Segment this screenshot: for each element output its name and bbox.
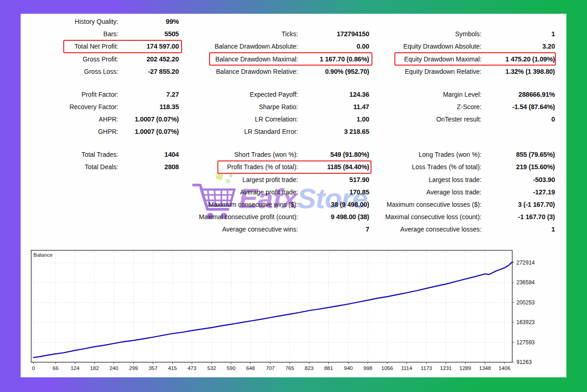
stat-label: Maximal consecutive loss (count): xyxy=(369,213,482,221)
stat-pair-highlighted: Profit Trades (% of total):1185 (84.40%) xyxy=(179,161,369,173)
stat-pair: Profit Factor:7.27 xyxy=(21,88,179,100)
stat-label: Long Trades (won %): xyxy=(369,151,482,158)
x-tick-label: 1289 xyxy=(460,365,471,371)
stat-value: 172794150 xyxy=(298,30,369,38)
stat-pair: Balance Drawdown Relative:0.90% (952.70) xyxy=(179,65,369,77)
stat-pair: Maximum consecutive wins ($):38 (9 498.0… xyxy=(179,198,369,210)
stat-pair: Average profit trade:170.85 xyxy=(179,186,369,198)
stat-pair: Ticks:172794150 xyxy=(179,28,369,40)
stat-row: Average consecutive wins:7Average consec… xyxy=(21,223,566,236)
stat-pair-highlighted: Balance Drawdown Maximal:1 167.70 (0.86%… xyxy=(179,53,369,65)
stat-value: 1 167.70 (0.86%) xyxy=(298,55,369,63)
stat-row: GHPR:1.0007 (0.07%)LR Standard Error:3 2… xyxy=(21,126,566,138)
stat-value: 1.0007 (0.07%) xyxy=(118,116,179,123)
stat-label: Profit Factor: xyxy=(21,91,118,98)
stat-value: 99% xyxy=(118,18,179,25)
x-tick-label: 707 xyxy=(266,365,275,371)
stat-value: 38 (9 498.00) xyxy=(298,201,369,208)
stat-pair: Balance Drawdown Absolute:0.00 xyxy=(179,40,369,53)
x-tick-label: 823 xyxy=(305,365,314,371)
x-tick-label: 940 xyxy=(344,365,353,371)
stat-value: 1 xyxy=(482,30,555,38)
stat-pair: Short Trades (won %):549 (91.80%) xyxy=(179,149,369,161)
y-tick-label: 236584 xyxy=(516,279,535,286)
stat-row: Maximum consecutive wins ($):38 (9 498.0… xyxy=(21,198,566,210)
stat-value: 3 (-1 167.70) xyxy=(482,201,555,208)
stat-pair: GHPR:1.0007 (0.07%) xyxy=(21,126,179,138)
stat-pair: Largest loss trade:-503.90 xyxy=(369,173,555,186)
x-tick-label: 240 xyxy=(110,365,118,371)
stat-pair-empty xyxy=(21,223,179,236)
stat-label: Bars: xyxy=(21,30,118,38)
stat-label: Balance Drawdown Relative: xyxy=(179,68,298,75)
stat-value: 7.27 xyxy=(118,91,179,98)
stat-pair: LR Standard Error:3 218.65 xyxy=(179,126,369,138)
stat-label: Gross Loss: xyxy=(21,68,118,75)
stat-label: Average loss trade: xyxy=(369,188,482,196)
stat-label: Maximum consecutive losses ($): xyxy=(369,201,482,208)
stat-value: 1 475.20 (1.09%) xyxy=(482,55,555,63)
stat-pair: Average loss trade:-127.19 xyxy=(369,186,555,198)
stat-label: Balance Drawdown Absolute: xyxy=(179,43,298,50)
x-tick-label: 1231 xyxy=(440,365,452,371)
stat-value: 517.90 xyxy=(298,176,369,183)
x-tick-label: 299 xyxy=(129,365,138,371)
stat-row: Gross Profit:202 452.20Balance Drawdown … xyxy=(21,53,566,65)
x-tick-label: 1114 xyxy=(401,365,412,371)
stat-value: -1.54 (87.64%) xyxy=(482,103,555,110)
stat-value: 1.32% (1 398.80) xyxy=(482,68,555,75)
stat-value: 3 218.65 xyxy=(298,128,369,135)
stat-pair: AHPR:1.0007 (0.07%) xyxy=(21,113,179,126)
stat-value: 855 (79.65%) xyxy=(482,151,555,158)
stats-grid: History Quality:99%Bars:5505Ticks:172794… xyxy=(21,14,566,236)
stat-value: 170.85 xyxy=(298,188,369,196)
stat-pair: LR Correlation:1.00 xyxy=(179,113,369,126)
stat-row: Profit Factor:7.27Expected Payoff:124.36… xyxy=(21,88,566,100)
stat-value: 124.36 xyxy=(298,91,369,98)
stat-value: 1185 (84.40%) xyxy=(298,163,369,171)
stat-pair: Expected Payoff:124.36 xyxy=(179,88,369,100)
stat-pair: Maximum consecutive losses ($):3 (-1 167… xyxy=(369,198,555,210)
stat-pair: Average consecutive losses:1 xyxy=(369,223,555,236)
stat-label: Maximum consecutive wins ($): xyxy=(179,201,298,208)
stat-label: Largest profit trade: xyxy=(179,176,298,183)
y-tick-label: 91263 xyxy=(516,359,532,365)
x-tick-label: 415 xyxy=(168,365,177,371)
stat-value: 2808 xyxy=(118,163,179,171)
stat-pair: Total Trades:1404 xyxy=(21,149,179,161)
stat-value: 3.20 xyxy=(482,43,555,50)
stat-value: -1 167.70 (3) xyxy=(482,213,555,221)
stat-pair: Long Trades (won %):855 (79.65%) xyxy=(369,149,555,161)
x-tick-label: 124 xyxy=(71,365,80,371)
stat-pair: Average consecutive wins:7 xyxy=(179,223,369,236)
stat-value: 5505 xyxy=(118,30,179,38)
stat-label: Maximal consecutive profit (count): xyxy=(179,213,298,221)
stat-pair-empty xyxy=(21,173,179,186)
report-card: EafxStore History Quality:99%Bars:5505Ti… xyxy=(21,14,566,377)
stat-row: Total Deals:2808Profit Trades (% of tota… xyxy=(21,161,566,173)
stat-value: 0 xyxy=(482,116,555,123)
stat-value: 0.90% (952.70) xyxy=(298,68,369,75)
stat-pair: OnTester result:0 xyxy=(369,113,555,126)
y-tick-label: 127593 xyxy=(516,339,535,346)
x-tick-label: 66 xyxy=(53,365,59,371)
stat-label: Largest loss trade: xyxy=(369,176,482,183)
stat-value: 202 452.20 xyxy=(118,55,179,63)
y-tick-label: 200253 xyxy=(516,299,535,306)
stat-pair: Maximal consecutive profit (count):9 498… xyxy=(179,211,369,223)
balance-chart-svg: 0661241822402993574154735325906487077658… xyxy=(28,248,550,373)
stat-label: Gross Profit: xyxy=(21,55,118,63)
stat-label: Profit Trades (% of total): xyxy=(179,163,298,171)
stat-pair: Sharpe Ratio:11.47 xyxy=(179,100,369,113)
x-tick-label: 998 xyxy=(363,365,372,371)
x-tick-label: 1056 xyxy=(382,365,393,371)
stat-label: Average consecutive losses: xyxy=(369,226,482,233)
stat-pair-empty xyxy=(369,126,555,138)
stat-value: 1 xyxy=(482,226,555,233)
stat-value: 1404 xyxy=(118,151,179,158)
stat-value: -127.19 xyxy=(482,188,555,196)
stat-value: 1.0007 (0.07%) xyxy=(118,128,179,135)
stat-pair: History Quality:99% xyxy=(21,15,179,28)
stat-pair-empty xyxy=(21,211,179,223)
stat-value: 549 (91.80%) xyxy=(298,151,369,158)
